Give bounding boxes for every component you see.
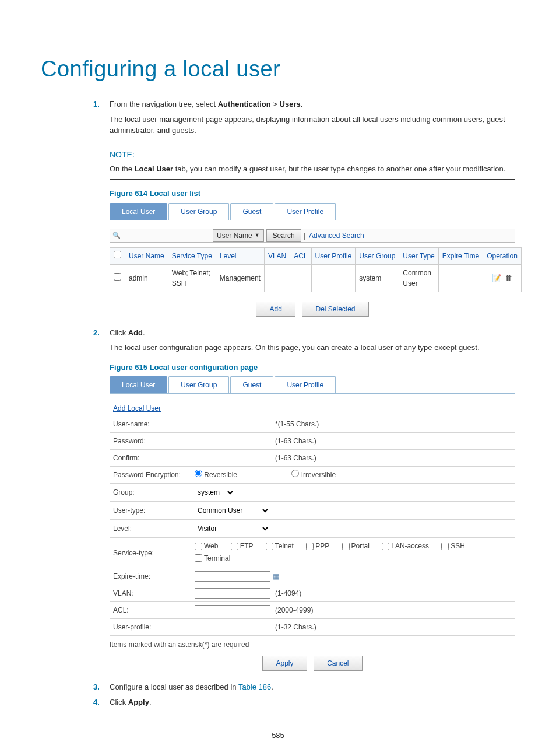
col-usergroup[interactable]: User Group — [356, 247, 399, 264]
advanced-search-link[interactable]: Advanced Search — [309, 230, 364, 241]
label-usertype: User-type: — [110, 502, 191, 520]
row-checkbox[interactable] — [114, 273, 121, 281]
chk-telnet[interactable] — [266, 542, 273, 550]
radio-reversible-label[interactable]: Reversible — [195, 471, 237, 479]
chk-ssh[interactable] — [441, 542, 449, 550]
search-criteria-dropdown[interactable]: User Name▼ — [213, 229, 264, 242]
chk-web[interactable] — [195, 542, 202, 550]
step2-text: Click Add. — [110, 327, 515, 339]
acl-field[interactable] — [195, 605, 270, 615]
step2-follow: The local user configuration page appear… — [110, 342, 515, 354]
label-pwd-enc: Password Encryption: — [110, 467, 191, 484]
vlan-field[interactable] — [195, 588, 270, 598]
note-heading: NOTE: — [110, 149, 515, 161]
tab-local-user-2[interactable]: Local User — [110, 376, 167, 393]
col-servicetype[interactable]: Service Type — [168, 247, 216, 264]
usertype-select[interactable]: Common User — [195, 505, 270, 516]
chk-ppp-label[interactable]: PPP — [306, 541, 329, 551]
label-servicetype: Service-type: — [110, 538, 191, 568]
username-field[interactable] — [195, 419, 270, 429]
cell-userprofile — [311, 264, 356, 292]
chk-telnet-label[interactable]: Telnet — [266, 541, 294, 551]
add-button[interactable]: Add — [256, 302, 295, 317]
fig615-tabs: Local User User Group Guest User Profile — [110, 376, 515, 394]
label-userprofile: User-profile: — [110, 619, 191, 636]
label-vlan: VLAN: — [110, 585, 191, 602]
table-row: admin Web; Telnet; SSH Management system… — [110, 264, 522, 292]
cell-acl — [290, 264, 311, 292]
col-select-all[interactable] — [110, 247, 125, 264]
label-group: Group: — [110, 484, 191, 502]
tab-local-user[interactable]: Local User — [110, 203, 167, 220]
step4-text: Click Apply. — [110, 696, 515, 708]
fig614-tabs: Local User User Group Guest User Profile — [110, 203, 515, 220]
chk-web-label[interactable]: Web — [195, 541, 218, 551]
tab-user-profile[interactable]: User Profile — [275, 203, 336, 220]
tab-guest-2[interactable]: Guest — [230, 376, 273, 393]
cancel-button[interactable]: Cancel — [314, 656, 362, 671]
label-acl: ACL: — [110, 602, 191, 619]
hint-acl: (2000-4999) — [275, 606, 313, 614]
del-selected-button[interactable]: Del Selected — [302, 302, 368, 317]
note-body: On the Local User tab, you can modify a … — [110, 163, 515, 175]
chk-portal[interactable] — [342, 542, 350, 550]
cell-vlan — [264, 264, 290, 292]
tab-user-profile-2[interactable]: User Profile — [275, 376, 336, 393]
calendar-icon[interactable]: ▦ — [273, 572, 279, 580]
tab-user-group[interactable]: User Group — [168, 203, 229, 220]
hint-vlan: (1-4094) — [275, 589, 301, 597]
page-title: Configuring a local user — [41, 52, 515, 86]
label-expire: Expire-time: — [110, 568, 191, 585]
tab-user-group-2[interactable]: User Group — [168, 376, 229, 393]
step1-text: From the navigation tree, select Authent… — [110, 99, 515, 110]
search-button[interactable]: Search — [266, 229, 301, 242]
cell-expire — [438, 264, 483, 292]
cell-username: admin — [125, 264, 168, 292]
radio-reversible[interactable] — [195, 470, 202, 477]
step4-number: 4. — [93, 696, 110, 708]
label-password: Password: — [110, 433, 191, 450]
chk-ftp[interactable] — [231, 542, 238, 550]
expire-field[interactable] — [195, 571, 270, 582]
add-user-form: User-name: *(1-55 Chars.) Password: (1-6… — [110, 416, 515, 636]
confirm-field[interactable] — [195, 453, 270, 463]
col-level[interactable]: Level — [216, 247, 264, 264]
figure615-caption: Figure 615 Local user configuration page — [110, 362, 515, 373]
step2-number: 2. — [93, 327, 110, 339]
tab-guest[interactable]: Guest — [230, 203, 273, 220]
page-number: 585 — [41, 730, 515, 741]
group-select[interactable]: system — [195, 487, 235, 498]
chk-ppp[interactable] — [306, 542, 314, 550]
level-select[interactable]: Visitor — [195, 523, 270, 534]
chk-lan[interactable] — [382, 542, 389, 550]
cell-level: Management — [216, 264, 264, 292]
cell-usertype: Common User — [399, 264, 438, 292]
figure614-caption: Figure 614 Local user list — [110, 188, 515, 200]
user-list-table: User Name Service Type Level VLAN ACL Us… — [110, 247, 522, 292]
radio-irreversible-label[interactable]: Irreversible — [291, 471, 336, 479]
col-username[interactable]: User Name — [125, 247, 168, 264]
chk-lan-label[interactable]: LAN-access — [382, 541, 429, 551]
chk-ftp-label[interactable]: FTP — [231, 541, 254, 551]
hint-username: *(1-55 Chars.) — [275, 420, 319, 428]
step3-text: Configure a local user as described in T… — [110, 681, 515, 693]
table186-link[interactable]: Table 186 — [238, 682, 271, 691]
hint-confirm: (1-63 Chars.) — [275, 454, 316, 462]
edit-icon[interactable]: 📝 — [492, 272, 501, 284]
chk-terminal-label[interactable]: Terminal — [195, 553, 230, 564]
col-usertype[interactable]: User Type — [399, 247, 438, 264]
col-vlan[interactable]: VLAN — [264, 247, 290, 264]
search-input[interactable] — [123, 229, 210, 242]
apply-button[interactable]: Apply — [262, 656, 307, 671]
password-field[interactable] — [195, 436, 270, 446]
delete-icon[interactable]: 🗑 — [505, 272, 512, 284]
userprofile-field[interactable] — [195, 622, 270, 632]
select-all-checkbox[interactable] — [114, 251, 121, 258]
radio-irreversible[interactable] — [291, 470, 299, 477]
col-userprofile[interactable]: User Profile — [311, 247, 356, 264]
col-acl[interactable]: ACL — [290, 247, 311, 264]
chk-terminal[interactable] — [195, 554, 202, 562]
chk-portal-label[interactable]: Portal — [342, 541, 370, 551]
col-expire[interactable]: Expire Time — [438, 247, 483, 264]
chk-ssh-label[interactable]: SSH — [441, 541, 465, 551]
